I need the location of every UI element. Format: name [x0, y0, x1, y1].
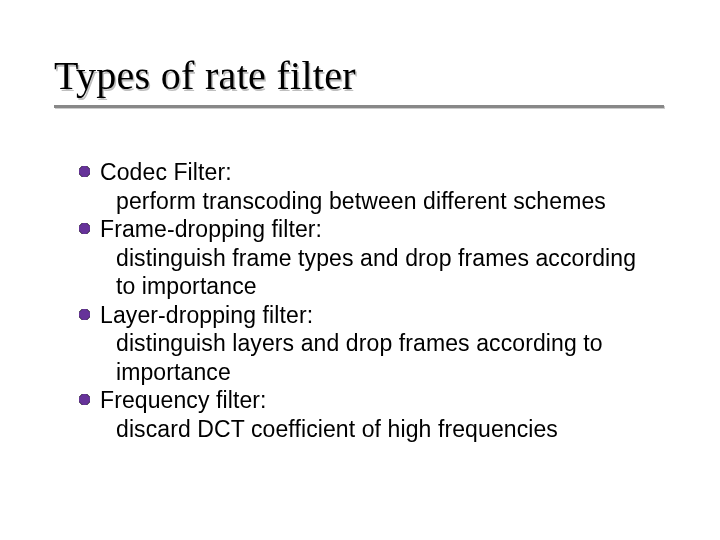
title-underline	[54, 105, 664, 108]
diamond-bullet-icon	[79, 394, 90, 405]
svg-rect-3	[79, 394, 90, 405]
list-item: Frequency filter: discard DCT coefficien…	[100, 386, 660, 443]
item-heading: Layer-dropping filter:	[100, 301, 660, 330]
slide: Types of rate filter Codec Filter: perfo…	[0, 0, 720, 540]
slide-title: Types of rate filter	[54, 52, 680, 99]
list-item: Layer-dropping filter: distinguish layer…	[100, 301, 660, 387]
slide-body: Codec Filter: perform transcoding betwee…	[100, 158, 660, 443]
list-item: Codec Filter: perform transcoding betwee…	[100, 158, 660, 215]
diamond-bullet-icon	[79, 223, 90, 234]
item-heading: Frame-dropping filter:	[100, 215, 660, 244]
item-heading: Frequency filter:	[100, 386, 660, 415]
svg-rect-1	[79, 223, 90, 234]
diamond-bullet-icon	[79, 309, 90, 320]
item-description: discard DCT coefficient of high frequenc…	[100, 415, 660, 444]
item-description: perform transcoding between different sc…	[100, 187, 660, 216]
svg-rect-0	[79, 166, 90, 177]
svg-rect-2	[79, 309, 90, 320]
list-item: Frame-dropping filter: distinguish frame…	[100, 215, 660, 301]
title-block: Types of rate filter	[54, 52, 680, 108]
item-heading: Codec Filter:	[100, 158, 660, 187]
item-description: distinguish frame types and drop frames …	[100, 244, 660, 301]
item-description: distinguish layers and drop frames accor…	[100, 329, 660, 386]
diamond-bullet-icon	[79, 166, 90, 177]
